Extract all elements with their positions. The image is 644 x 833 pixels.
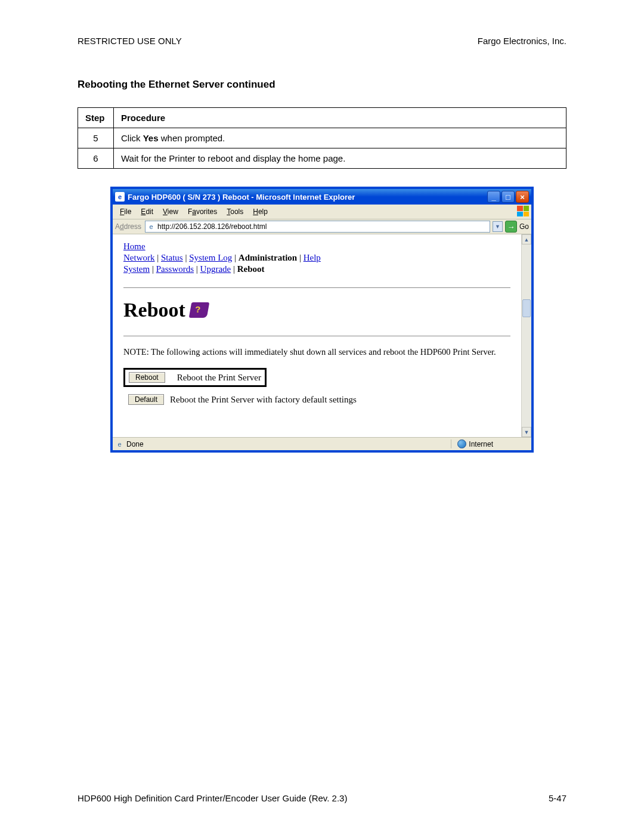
procedure-table: Step Procedure 5 Click Yes when prompted… [78,107,566,169]
step-number: 6 [78,148,114,169]
nav-system-log[interactable]: System Log [189,253,232,262]
page-content: Home Network | Status | System Log | Adm… [113,234,521,437]
titlebar: e Fargo HDP600 ( S/N 273 ) Reboot - Micr… [113,189,531,205]
address-field[interactable]: e http://206.152.208.126/reboot.html [145,221,490,233]
address-text: http://206.152.208.126/reboot.html [157,222,488,231]
nav-help[interactable]: Help [304,253,321,262]
default-action-row: Default Reboot the Print Server with fac… [123,394,510,405]
menu-file[interactable]: File [115,206,136,217]
nav-administration[interactable]: Administration [239,253,297,262]
footer-left: HDP600 High Definition Card Printer/Enco… [78,793,347,803]
menu-view[interactable]: View [158,206,183,217]
nav-network[interactable]: Network [123,253,155,262]
nav-system[interactable]: System [123,264,150,274]
ie-app-icon: e [115,192,125,202]
separator: | [150,264,156,274]
maximize-button[interactable]: □ [501,191,515,203]
ie-page-icon: e [147,222,156,231]
th-procedure: Procedure [114,108,566,128]
ie-status-icon: e [115,439,124,448]
nav-home[interactable]: Home [123,241,145,251]
menu-tools[interactable]: Tools [222,206,248,217]
separator: | [232,253,239,262]
status-text: Done [126,440,144,448]
separator: | [231,264,237,274]
default-button[interactable]: Default [128,394,164,405]
address-bar: Address e http://206.152.208.126/reboot.… [113,219,531,234]
status-zone: Internet [469,440,493,448]
scroll-thumb[interactable] [522,299,531,317]
help-book-icon [189,302,210,318]
text: when prompted. [159,133,225,143]
step-procedure: Click Yes when prompted. [114,128,566,148]
close-button[interactable]: × [516,191,529,203]
step-number: 5 [78,128,114,148]
separator: | [155,253,162,262]
footer-right: 5-47 [549,793,566,803]
table-row: 5 Click Yes when prompted. [78,128,566,148]
nav-reboot[interactable]: Reboot [237,264,265,274]
browser-window: e Fargo HDP600 ( S/N 273 ) Reboot - Micr… [110,187,534,453]
scrollbar[interactable]: ▲ ▼ [521,234,531,437]
go-button[interactable]: → [505,221,517,233]
th-step: Step [78,108,114,128]
menubar: File Edit View Favorites Tools Help [113,205,531,219]
nav-status[interactable]: Status [161,253,183,262]
step-procedure: Wait for the Printer to reboot and displ… [114,148,566,169]
reboot-label: Reboot the Print Server [177,373,261,383]
page-footer: HDP600 High Definition Card Printer/Enco… [78,793,566,803]
scroll-track[interactable] [522,244,531,427]
nav-upgrade[interactable]: Upgrade [200,264,231,274]
internet-globe-icon [457,439,466,448]
divider [123,336,510,336]
separator: | [183,253,190,262]
table-row: 6 Wait for the Printer to reboot and dis… [78,148,566,169]
highlight-box: Reboot Reboot the Print Server [123,368,267,387]
menu-edit[interactable]: Edit [136,206,158,217]
divider [123,287,510,288]
reboot-action-row: Reboot Reboot the Print Server [123,368,510,387]
status-bar: e Done Internet [113,437,531,450]
scroll-down-icon[interactable]: ▼ [522,427,531,437]
heading-text: Reboot [123,299,185,321]
separator: | [194,264,200,274]
address-label: Address [115,222,143,231]
separator: | [297,253,304,262]
minimize-button[interactable]: _ [487,191,500,203]
menu-favorites[interactable]: Favorites [183,206,222,217]
header-right: Fargo Electronics, Inc. [478,36,566,46]
reboot-heading: Reboot [123,299,510,321]
windows-logo-icon [517,206,529,216]
go-label: Go [519,222,529,231]
address-dropdown-button[interactable]: ▼ [493,221,503,232]
reboot-button[interactable]: Reboot [129,372,165,383]
menu-help[interactable]: Help [248,206,273,217]
section-title: Rebooting the Ethernet Server continued [78,79,566,91]
nav-passwords[interactable]: Passwords [156,264,194,274]
scroll-up-icon[interactable]: ▲ [522,234,531,244]
default-label: Reboot the Print Server with factory def… [170,395,357,405]
page-header: RESTRICTED USE ONLY Fargo Electronics, I… [78,36,566,46]
note-text: NOTE: The following actions will immedia… [123,347,510,357]
text: Click [121,133,143,143]
window-title: Fargo HDP600 ( S/N 273 ) Reboot - Micros… [128,193,487,202]
header-left: RESTRICTED USE ONLY [78,36,182,46]
bold-text: Yes [143,133,159,143]
